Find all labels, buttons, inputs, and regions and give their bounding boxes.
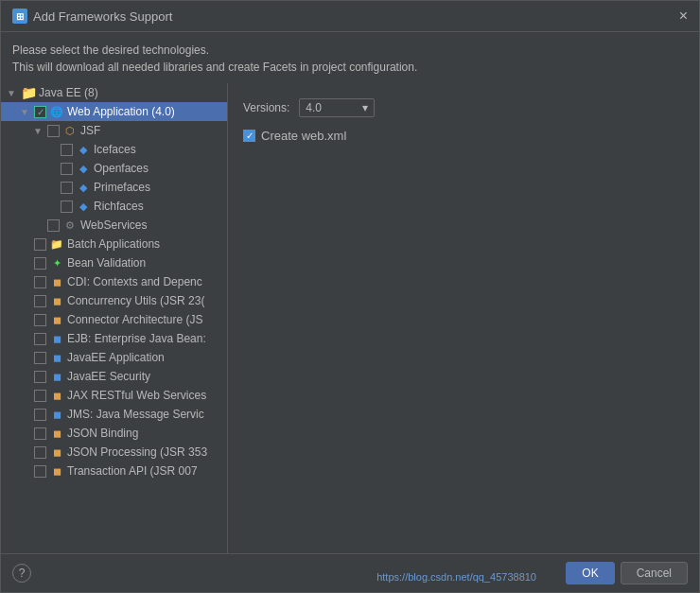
ejb-icon: ◼ [49, 332, 64, 345]
batch-apps-label: Batch Applications [67, 237, 160, 251]
javaee-security-checkbox[interactable] [34, 371, 46, 383]
tree-item-batch-apps[interactable]: 📁 Batch Applications [1, 235, 227, 253]
cdi-checkbox[interactable] [34, 276, 46, 288]
version-select[interactable]: 4.0 ▾ [299, 98, 375, 117]
jms-checkbox[interactable] [34, 409, 46, 421]
description-line2: This will download all needed libraries … [12, 59, 688, 76]
footer-url: https://blog.csdn.net/qq_45738810 [376, 571, 536, 583]
tree-item-cdi[interactable]: ◼ CDI: Contexts and Depenc [1, 272, 227, 291]
openfaces-icon: ◆ [76, 162, 91, 175]
jsf-arrow: ▼ [33, 126, 44, 136]
right-spacer [243, 154, 684, 538]
batch-apps-checkbox[interactable] [34, 238, 46, 251]
json-processing-checkbox[interactable] [34, 446, 46, 459]
connector-label: Connector Architecture (JS [67, 313, 202, 326]
close-button[interactable]: × [679, 9, 688, 24]
tree-item-openfaces[interactable]: ◆ Openfaces [1, 159, 227, 178]
tree-item-json-binding[interactable]: ◼ JSON Binding [1, 424, 227, 443]
jax-rest-checkbox[interactable] [34, 390, 46, 402]
ejb-label: EJB: Enterprise Java Bean: [67, 332, 206, 345]
json-processing-label: JSON Processing (JSR 353 [67, 445, 207, 459]
icefaces-icon: ◆ [76, 143, 91, 156]
section-header-javaee[interactable]: ▼ 📁 Java EE (8) [1, 83, 227, 102]
versions-label: Versions: [243, 101, 289, 114]
bean-validation-checkbox[interactable] [34, 257, 46, 270]
tree-item-javaee-app[interactable]: ◼ JavaEE Application [1, 348, 227, 367]
jsf-label: JSF [80, 124, 100, 137]
versions-row: Versions: 4.0 ▾ [243, 98, 684, 117]
javaee-folder-icon: 📁 [21, 86, 36, 99]
primefaces-icon: ◆ [76, 181, 91, 194]
web-app-arrow: ▼ [20, 107, 31, 117]
jms-label: JMS: Java Message Servic [67, 408, 204, 421]
version-dropdown-arrow: ▾ [362, 101, 368, 114]
richfaces-label: Richfaces [94, 200, 144, 213]
transaction-checkbox[interactable] [34, 465, 46, 478]
json-binding-icon: ◼ [49, 427, 64, 440]
left-panel: ▼ 📁 Java EE (8) ▼ ✓ 🌐 Web Application (4… [1, 83, 228, 553]
collapse-arrow: ▼ [7, 88, 18, 98]
primefaces-label: Primefaces [94, 181, 150, 194]
concurrency-icon: ◼ [49, 294, 64, 307]
dialog-title: Add Frameworks Support [33, 9, 172, 24]
tree-item-javaee-security[interactable]: ◼ JavaEE Security [1, 367, 227, 386]
help-button[interactable]: ? [12, 564, 31, 583]
tree-item-icefaces[interactable]: ◆ Icefaces [1, 140, 227, 159]
tree-item-ejb[interactable]: ◼ EJB: Enterprise Java Bean: [1, 329, 227, 348]
ejb-checkbox[interactable] [34, 333, 46, 345]
bean-validation-label: Bean Validation [67, 256, 146, 270]
section-header-label: Java EE (8) [39, 86, 98, 99]
tree-item-bean-validation[interactable]: ✦ Bean Validation [1, 253, 227, 272]
right-panel: Versions: 4.0 ▾ ✓ Create web.xml [228, 83, 699, 553]
version-value: 4.0 [306, 101, 322, 114]
tree-item-concurrency[interactable]: ◼ Concurrency Utils (JSR 23( [1, 291, 227, 310]
description: Please select the desired technologies. … [1, 32, 699, 83]
web-app-label: Web Application (4.0) [67, 105, 175, 118]
ok-button[interactable]: OK [566, 562, 614, 584]
tree-item-jsf[interactable]: ▼ ⬡ JSF [1, 121, 227, 140]
json-processing-icon: ◼ [49, 445, 64, 459]
tree-item-json-processing[interactable]: ◼ JSON Processing (JSR 353 [1, 443, 227, 462]
cancel-button[interactable]: Cancel [621, 562, 688, 584]
create-xml-row: ✓ Create web.xml [243, 129, 684, 143]
tree-item-primefaces[interactable]: ◆ Primefaces [1, 178, 227, 197]
openfaces-checkbox[interactable] [61, 163, 73, 175]
cdi-icon: ◼ [49, 275, 64, 288]
create-xml-checkbox[interactable]: ✓ [243, 130, 255, 142]
concurrency-label: Concurrency Utils (JSR 23( [67, 294, 204, 307]
javaee-security-label: JavaEE Security [67, 370, 150, 383]
concurrency-checkbox[interactable] [34, 295, 46, 307]
web-app-icon: 🌐 [49, 105, 64, 118]
transaction-icon: ◼ [49, 464, 64, 478]
main-content: ▼ 📁 Java EE (8) ▼ ✓ 🌐 Web Application (4… [1, 83, 699, 553]
tree-item-web-app[interactable]: ▼ ✓ 🌐 Web Application (4.0) [1, 102, 227, 121]
json-binding-label: JSON Binding [67, 427, 138, 440]
primefaces-checkbox[interactable] [61, 182, 73, 194]
javaee-app-label: JavaEE Application [67, 351, 165, 364]
richfaces-checkbox[interactable] [61, 201, 73, 213]
transaction-label: Transaction API (JSR 007 [67, 464, 198, 478]
description-line1: Please select the desired technologies. [12, 42, 688, 59]
tree-item-webservices[interactable]: ⚙ WebServices [1, 216, 227, 235]
javaee-app-checkbox[interactable] [34, 352, 46, 364]
tree-item-transaction[interactable]: ◼ Transaction API (JSR 007 [1, 462, 227, 480]
tree-scroll[interactable]: ▼ ✓ 🌐 Web Application (4.0) ▼ ⬡ JSF ◆ [1, 102, 227, 553]
jax-rest-icon: ◼ [49, 389, 64, 402]
web-app-checkbox[interactable]: ✓ [34, 106, 46, 118]
webservices-checkbox[interactable] [47, 219, 60, 232]
jsf-checkbox[interactable] [47, 125, 60, 137]
jsf-icon: ⬡ [62, 124, 78, 137]
tree-item-richfaces[interactable]: ◆ Richfaces [1, 197, 227, 216]
tree-item-jms[interactable]: ◼ JMS: Java Message Servic [1, 405, 227, 424]
javaee-security-icon: ◼ [49, 370, 64, 383]
create-xml-label: Create web.xml [261, 129, 346, 143]
dialog-icon: ⊞ [12, 9, 27, 24]
openfaces-label: Openfaces [94, 162, 149, 175]
tree-item-connector[interactable]: ◼ Connector Architecture (JS [1, 310, 227, 329]
footer-left: ? [12, 564, 31, 583]
connector-checkbox[interactable] [34, 314, 46, 326]
tree-item-jax-rest[interactable]: ◼ JAX RESTful Web Services [1, 386, 227, 405]
title-bar: ⊞ Add Frameworks Support × [1, 1, 699, 32]
json-binding-checkbox[interactable] [34, 427, 46, 440]
icefaces-checkbox[interactable] [61, 144, 73, 156]
